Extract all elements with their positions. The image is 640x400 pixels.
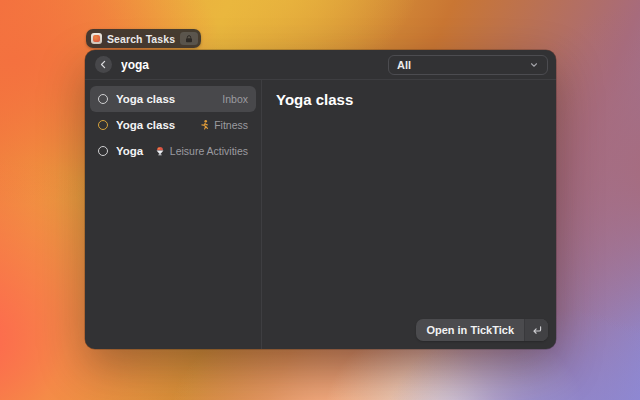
primary-action-label: Open in TickTick (416, 319, 524, 341)
search-input[interactable] (121, 58, 388, 72)
shaved-ice-icon (154, 145, 166, 157)
task-row[interactable]: Yoga classInbox (90, 86, 256, 112)
window-header: All (85, 50, 556, 80)
return-key-icon (524, 319, 548, 341)
chevron-down-icon (529, 60, 539, 70)
task-status-circle-icon (98, 146, 108, 156)
filter-selected-value: All (397, 59, 411, 71)
command-title: Search Tasks (107, 33, 175, 45)
back-button[interactable] (95, 56, 112, 73)
task-title: Yoga class (116, 145, 146, 157)
chevron-left-icon (99, 60, 108, 69)
detail-title: Yoga class (276, 91, 542, 108)
task-row[interactable]: Yoga classFitness (90, 112, 256, 138)
open-in-ticktick-button[interactable]: Open in TickTick (416, 319, 548, 341)
search-tasks-window: All Yoga classInboxYoga classFitnessYoga… (85, 50, 556, 349)
filter-dropdown[interactable]: All (388, 55, 548, 75)
detail-panel: Yoga class (262, 80, 556, 349)
task-status-circle-icon (98, 94, 108, 104)
lock-icon (180, 32, 198, 45)
task-title: Yoga class (116, 119, 190, 131)
task-accessory-label: Inbox (222, 93, 248, 105)
raycast-command-pill: Search Tasks (86, 29, 201, 48)
task-accessory: Leisure Activities (154, 145, 248, 157)
task-accessory: Inbox (222, 93, 248, 105)
results-list: Yoga classInboxYoga classFitnessYoga cla… (85, 80, 262, 349)
task-accessory-label: Fitness (214, 119, 248, 131)
checklist-app-icon (91, 33, 102, 44)
task-accessory: Fitness (198, 119, 248, 131)
window-body: Yoga classInboxYoga classFitnessYoga cla… (85, 80, 556, 349)
task-accessory-label: Leisure Activities (170, 145, 248, 157)
task-title: Yoga class (116, 93, 214, 105)
task-row[interactable]: Yoga classLeisure Activities (90, 138, 256, 164)
runner-icon (198, 119, 210, 131)
task-status-circle-icon (98, 120, 108, 130)
